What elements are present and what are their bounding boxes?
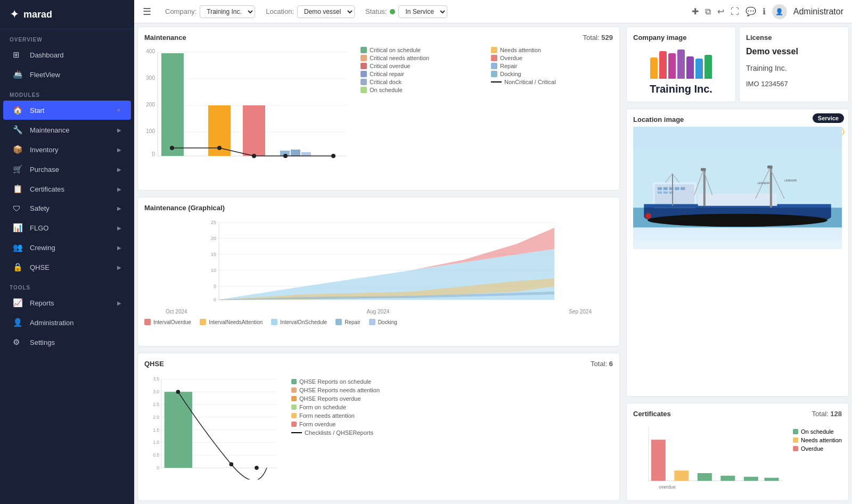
fullscreen-icon[interactable]: ⛶ xyxy=(731,7,739,16)
status-field: Status: In Service xyxy=(365,5,447,18)
legend-qhse-needs-attention: QHSE Reports needs attention xyxy=(291,387,613,393)
company-field: Company: Training Inc. xyxy=(165,5,255,18)
svg-text:3.5: 3.5 xyxy=(153,376,159,382)
sidebar-item-maintenance[interactable]: 🔧 Maintenance ▶ xyxy=(3,120,131,139)
logo-area: ✦ marad xyxy=(0,0,134,29)
svg-text:2.0: 2.0 xyxy=(153,415,159,420)
avatar: 👤 xyxy=(772,4,787,19)
sidebar-item-inventory[interactable]: 📦 Inventory ▶ xyxy=(3,140,131,159)
qhse-title: QHSE xyxy=(144,360,164,368)
svg-text:3.0: 3.0 xyxy=(153,389,159,394)
chevron-icon: ▶ xyxy=(117,245,121,251)
status-select[interactable]: In Service xyxy=(398,5,447,18)
qhse-legend: QHSE Reports on schedule QHSE Reports ne… xyxy=(291,378,613,480)
svg-text:25: 25 xyxy=(211,220,216,225)
status-dot xyxy=(390,9,395,14)
certificates-chart: overdue xyxy=(633,423,788,494)
chevron-icon: ▶ xyxy=(117,205,121,211)
svg-rect-57 xyxy=(674,470,689,481)
sidebar-item-reports[interactable]: 📈 Reports ▶ xyxy=(3,293,131,312)
sidebar-section-tools: TOOLS 📈 Reports ▶ 👤 Administration ⚙ Set… xyxy=(0,277,134,352)
ship-image: LIEBHERR LIEBHERR xyxy=(633,127,842,249)
legend-critical-on-schedule: Critical on schedule xyxy=(361,47,482,53)
sidebar-item-settings[interactable]: ⚙ Settings xyxy=(3,333,131,352)
svg-text:100: 100 xyxy=(146,128,155,134)
license-info: Demo vessel Training Inc. IMO 1234567 xyxy=(746,42,842,88)
legend-form-needs-attention: Form needs attention xyxy=(291,412,613,419)
svg-text:0: 0 xyxy=(214,297,216,302)
svg-text:1.5: 1.5 xyxy=(153,427,159,433)
settings-icon: ⚙ xyxy=(13,337,24,347)
sidebar-item-flgo[interactable]: 📊 FLGO ▶ xyxy=(3,218,131,237)
menu-icon[interactable]: ☰ xyxy=(143,6,151,18)
fleetview-icon: 🚢 xyxy=(13,70,24,79)
svg-text:0.5: 0.5 xyxy=(153,452,159,458)
svg-text:15: 15 xyxy=(211,252,216,257)
legend-critical-repair: Critical repair xyxy=(361,71,482,77)
location-panel-title: Location image xyxy=(633,115,842,123)
company-license-row: Company image Training Inc. xyxy=(623,23,852,105)
certificates-legend: On schedule Needs attention Overdue xyxy=(793,428,842,494)
sidebar-item-safety[interactable]: 🛡 Safety ▶ xyxy=(3,199,131,218)
sidebar-item-start[interactable]: 🏠 Start ▼ xyxy=(3,101,131,120)
company-panel-title: Company image xyxy=(633,34,729,42)
location-select[interactable]: Demo vessel xyxy=(297,5,355,18)
location-panel: Location image Service Needs attention xyxy=(626,109,849,396)
certificates-header: Certificates Total: 128 xyxy=(633,410,842,418)
svg-text:1.0: 1.0 xyxy=(153,440,159,445)
certificates-icon: 📋 xyxy=(13,184,24,194)
chevron-icon: ▼ xyxy=(116,108,121,113)
add-icon[interactable]: ✚ xyxy=(692,6,699,16)
chat-icon[interactable]: 💬 xyxy=(746,6,756,16)
svg-rect-16 xyxy=(301,152,311,156)
sidebar-item-label: FleetView xyxy=(30,71,121,79)
copy-icon[interactable]: ⧉ xyxy=(705,7,711,16)
legend-interval-needs-attention: IntervalNeedsAttention xyxy=(200,319,263,325)
sidebar-item-qhse[interactable]: 🔒 QHSE ▶ xyxy=(3,258,131,277)
right-column: Company image Training Inc. xyxy=(623,23,852,504)
sidebar-item-fleetview[interactable]: 🚢 FleetView xyxy=(3,65,131,84)
svg-text:LIEBHERR: LIEBHERR xyxy=(757,182,770,185)
sidebar-item-purchase[interactable]: 🛒 Purchase ▶ xyxy=(3,160,131,179)
location-label: Location: xyxy=(266,7,294,15)
svg-rect-13 xyxy=(243,105,265,156)
reports-icon: 📈 xyxy=(13,298,24,308)
svg-rect-37 xyxy=(698,193,777,206)
legend-interval-overdue: IntervalOverdue xyxy=(144,319,191,325)
legend-form-overdue: Form overdue xyxy=(291,421,613,427)
legend-checklists: Checklists / QHSEReports xyxy=(291,429,613,436)
sidebar-item-crewing[interactable]: 👥 Crewing ▶ xyxy=(3,238,131,257)
sidebar-item-administration[interactable]: 👤 Administration xyxy=(3,313,131,332)
company-select[interactable]: Training Inc. xyxy=(200,5,255,18)
legend-critical-dock: Critical dock xyxy=(361,79,482,85)
svg-point-99 xyxy=(255,466,259,470)
legend-overdue: Overdue xyxy=(793,445,842,452)
bar-blue xyxy=(695,59,703,79)
maintenance-legend: Critical on schedule Needs attention Cri… xyxy=(361,47,613,169)
svg-rect-32 xyxy=(681,187,685,190)
legend-critical-overdue: Critical overdue xyxy=(361,63,482,69)
sidebar-item-dashboard[interactable]: ⊞ Dashboard xyxy=(3,45,131,64)
legend-needs-attention: Needs attention xyxy=(491,47,613,53)
logo-icon: ✦ xyxy=(10,7,19,21)
svg-rect-96 xyxy=(165,392,192,468)
location-field: Location: Demo vessel xyxy=(266,5,355,18)
svg-point-98 xyxy=(230,462,234,467)
info-icon[interactable]: ℹ xyxy=(763,6,766,16)
maintenance-icon: 🔧 xyxy=(13,125,24,135)
svg-rect-29 xyxy=(663,187,668,190)
license-imo: IMO 1234567 xyxy=(746,80,842,88)
bar-green xyxy=(704,55,712,79)
legend-noncritical-critical: NonCritical / Critical xyxy=(491,79,613,85)
section-label-overview: OVERVIEW xyxy=(0,29,134,45)
maintenance-bar-chart: 400 300 200 100 0 xyxy=(144,47,352,169)
svg-text:300: 300 xyxy=(146,75,155,81)
maintenance-chart-area: 400 300 200 100 0 xyxy=(144,47,613,169)
bar-pink xyxy=(668,53,676,79)
back-icon[interactable]: ↩ xyxy=(717,6,724,16)
qhse-icon: 🔒 xyxy=(13,262,24,272)
svg-text:overdue: overdue xyxy=(659,484,676,490)
svg-rect-28 xyxy=(658,187,662,190)
svg-rect-58 xyxy=(698,473,712,481)
sidebar-item-certificates[interactable]: 📋 Certificates ▶ xyxy=(3,179,131,199)
